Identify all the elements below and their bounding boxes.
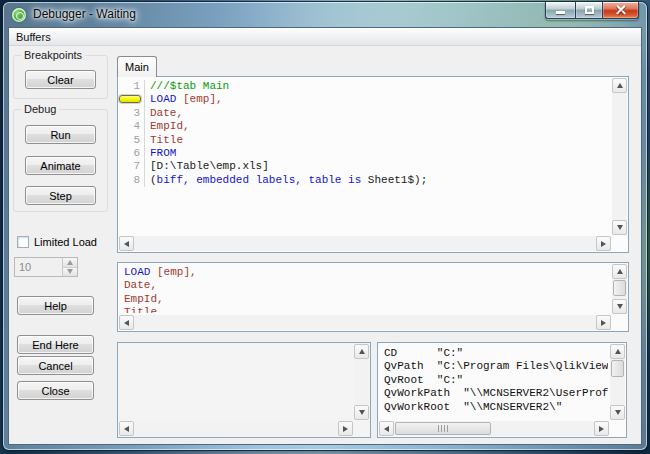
script-editor[interactable]: 1 ///$tab Main LOAD [emp], 3 Date, 4 (117, 76, 629, 253)
code-line: 1 ///$tab Main (118, 80, 612, 93)
variable-row: QvRoot "C:" (384, 374, 608, 387)
line-number: 6 (133, 147, 140, 159)
maximize-icon (585, 6, 594, 14)
variable-row: QvWorkPath "\\MCNSERVER2\UserProfil (384, 387, 608, 400)
scroll-right-button[interactable] (338, 421, 353, 436)
scroll-right-button[interactable] (596, 236, 611, 251)
close-window-button[interactable] (603, 2, 639, 19)
arrow-up-icon (617, 269, 623, 274)
window-title: Debugger - Waiting (33, 7, 136, 21)
arrow-left-icon (384, 426, 389, 432)
line-number: 7 (133, 160, 140, 172)
code-line-current: LOAD [emp], (118, 93, 612, 106)
arrow-left-icon (124, 426, 129, 432)
limit-count-spinner (14, 257, 78, 277)
step-button[interactable]: Step (25, 186, 96, 205)
watch-horizontal-scrollbar[interactable] (119, 421, 353, 436)
line-number: 8 (133, 174, 140, 186)
variable-row: QvPath "C:\Program Files\QlikView" (384, 360, 608, 373)
breakpoints-group-label: Breakpoints (21, 49, 85, 61)
minimize-button[interactable] (545, 2, 575, 19)
limited-load-label: Limited Load (34, 236, 97, 248)
help-button[interactable]: Help (17, 296, 94, 315)
statement-vertical-scrollbar[interactable] (612, 264, 627, 314)
variables-vertical-scrollbar[interactable] (610, 344, 625, 420)
spin-down-icon (67, 269, 73, 274)
arrow-left-icon (124, 320, 129, 326)
close-icon (615, 5, 626, 16)
scroll-up-button[interactable] (612, 78, 627, 93)
arrow-up-icon (359, 349, 365, 354)
desktop-background: Debugger - Waiting Buffers Breakpoints C… (0, 0, 650, 454)
spin-down-button[interactable] (63, 268, 77, 277)
checkbox-box[interactable] (17, 236, 29, 248)
arrow-down-icon (617, 304, 623, 309)
watch-vertical-scrollbar[interactable] (354, 344, 369, 420)
debugger-content: Breakpoints Clear Debug Run Animate Step… (9, 46, 641, 443)
scroll-left-button[interactable] (379, 421, 394, 436)
arrow-down-icon (615, 410, 621, 415)
scrollbar-grip-icon (438, 425, 449, 432)
limit-count-input[interactable] (15, 258, 62, 276)
minimize-icon (556, 11, 565, 14)
client-area: Buffers Breakpoints Clear Debug Run Anim… (9, 28, 641, 444)
editor-horizontal-scrollbar[interactable] (119, 236, 611, 251)
scroll-up-button[interactable] (612, 264, 627, 279)
limited-load-checkbox[interactable]: Limited Load (17, 236, 97, 248)
clear-breakpoints-button[interactable]: Clear (25, 70, 96, 89)
statement-horizontal-scrollbar[interactable] (119, 315, 611, 330)
cancel-button[interactable]: Cancel (17, 356, 94, 375)
arrow-right-icon (599, 426, 604, 432)
arrow-right-icon (343, 426, 348, 432)
variable-row: QvWorkRoot "\\MCNSERVER2\" (384, 401, 608, 414)
arrow-up-icon (617, 83, 623, 88)
editor-vertical-scrollbar[interactable] (612, 78, 627, 235)
scroll-left-button[interactable] (119, 315, 134, 330)
scroll-down-button[interactable] (612, 220, 627, 235)
maximize-button[interactable] (575, 2, 603, 19)
code-line: 8 (biff, embedded labels, table is Sheet… (118, 174, 612, 187)
debugger-window: Debugger - Waiting Buffers Breakpoints C… (3, 2, 647, 450)
tab-main[interactable]: Main (117, 56, 157, 77)
close-button[interactable]: Close (17, 381, 94, 400)
arrow-up-icon (615, 349, 621, 354)
menu-item-buffers[interactable]: Buffers (9, 30, 58, 44)
animate-button[interactable]: Animate (25, 156, 96, 175)
variable-row: CD "C:" (384, 347, 608, 360)
code-line: 5 Title (118, 134, 612, 147)
scroll-up-button[interactable] (610, 344, 625, 359)
scroll-up-button[interactable] (354, 344, 369, 359)
scroll-left-button[interactable] (119, 236, 134, 251)
statement-lines: LOAD [emp], Date, EmpId, Title (124, 266, 610, 313)
scroll-right-button[interactable] (596, 315, 611, 330)
breakpoints-group: Breakpoints Clear (13, 55, 108, 99)
scrollbar-thumb[interactable] (611, 360, 624, 377)
run-button[interactable]: Run (25, 125, 96, 144)
scroll-right-button[interactable] (594, 421, 609, 436)
line-number: 1 (133, 80, 140, 92)
line-number: 4 (133, 120, 140, 132)
variables-panel[interactable]: CD "C:" QvPath "C:\Program Files\QlikVie… (377, 342, 627, 438)
watch-panel[interactable] (117, 342, 371, 438)
spin-up-button[interactable] (63, 258, 77, 268)
scroll-down-button[interactable] (610, 405, 625, 420)
code-lines: 1 ///$tab Main LOAD [emp], 3 Date, 4 (118, 80, 612, 236)
title-bar[interactable]: Debugger - Waiting (3, 2, 647, 28)
scroll-down-button[interactable] (612, 299, 627, 314)
end-here-button[interactable]: End Here (17, 335, 94, 354)
scroll-left-button[interactable] (119, 421, 134, 436)
scroll-down-button[interactable] (354, 405, 369, 420)
menu-bar: Buffers (9, 28, 641, 46)
code-line: 7 [D:\Table\emp.xls] (118, 160, 612, 173)
arrow-right-icon (601, 241, 606, 247)
line-number: 3 (133, 107, 140, 119)
code-line: 3 Date, (118, 107, 612, 120)
scrollbar-thumb[interactable] (613, 280, 626, 296)
arrow-down-icon (359, 410, 365, 415)
arrow-down-icon (617, 225, 623, 230)
current-statement-panel[interactable]: LOAD [emp], Date, EmpId, Title (117, 262, 629, 332)
variables-horizontal-scrollbar[interactable] (379, 421, 609, 436)
caption-button-group (545, 2, 639, 20)
scrollbar-thumb[interactable] (395, 422, 491, 435)
debug-group-label: Debug (21, 103, 59, 115)
